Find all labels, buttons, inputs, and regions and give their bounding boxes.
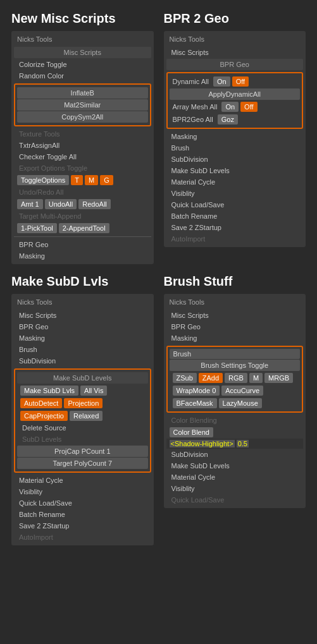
undo-all-btn[interactable]: UndoAll <box>45 199 77 209</box>
shadow-text: <Shadow-Highlight> <box>170 440 235 447</box>
bpr2geo-all-label: BPR2Geo All <box>173 116 213 123</box>
bpr2geo-material-cycle-item[interactable]: Material Cycle <box>166 176 304 188</box>
bpr2geo-subdivision-item[interactable]: SubDivision <box>166 154 304 165</box>
g-badge[interactable]: G <box>100 175 113 185</box>
toggle-options-row: ToggleOptions T M G <box>14 174 151 186</box>
bpr-geo-item[interactable]: BPR Geo <box>14 239 151 250</box>
inflate-group: InflateB Mat2Similar CopySym2All <box>14 83 151 126</box>
relaxed-btn[interactable]: Relaxed <box>70 411 103 421</box>
m-btn[interactable]: M <box>249 373 263 383</box>
redo-all-btn[interactable]: RedoAll <box>78 199 111 209</box>
accucurve-btn[interactable]: AccuCurve <box>221 386 263 396</box>
dynamic-all-row: Dynamic All On Off <box>170 75 301 88</box>
bpr2geo-quick-loadsave-item[interactable]: Quick Load/Save <box>166 199 304 210</box>
checker-toggle-item[interactable]: Checker Toggle All <box>14 151 151 162</box>
bpr-geo-btn[interactable]: BPR Geo <box>166 59 304 70</box>
masking-item[interactable]: Masking <box>14 250 151 262</box>
shadow-highlight-row: <Shadow-Highlight> 0.5 <box>166 439 304 449</box>
subd-highlight-group: Make SubD Levels Make SubD Lvls All Vis … <box>14 368 151 473</box>
color-blend-btn[interactable]: Color Blend <box>170 427 213 437</box>
bpr2geo-make-subd-item[interactable]: Make SubD Levels <box>166 165 304 176</box>
subd-row2: AutoDetect Projection <box>17 397 148 410</box>
bpr2geo-visiblity-item[interactable]: Visiblity <box>166 188 304 199</box>
make-subd-lvls-section: Make SubD Lvls Nicks Tools Misc Scripts … <box>6 269 159 550</box>
lazymouse-btn[interactable]: LazyMouse <box>219 398 262 408</box>
new-misc-scripts-title: New Misc Scripts <box>11 11 154 26</box>
copysym2all-btn[interactable]: CopySym2All <box>17 111 148 123</box>
subd-visiblity-item[interactable]: Visiblity <box>14 486 151 497</box>
array-mesh-row: Array Mesh All On Off <box>170 100 301 113</box>
subd-autoimport-item: AutoImport <box>14 532 151 543</box>
dynamic-on-btn[interactable]: On <box>213 76 230 87</box>
brush-material-cycle-item[interactable]: Material Cycle <box>166 471 304 483</box>
proj-cap-pcount-btn[interactable]: ProjCap PCount 1 <box>17 446 148 457</box>
subd-save2zstartup-item[interactable]: Save 2 ZStartup <box>14 520 151 532</box>
subd-subdivision-item[interactable]: SubDivision <box>14 355 151 367</box>
brush-masking-item[interactable]: Masking <box>166 332 304 344</box>
bpr2geo-brush-item[interactable]: Brush <box>166 142 304 154</box>
colorize-toggle-item[interactable]: Colorize Toggle <box>14 59 151 70</box>
subd-masking-item[interactable]: Masking <box>14 332 151 344</box>
make-subd-levels-input[interactable]: Make SubD Levels <box>17 372 148 384</box>
mat2similar-btn[interactable]: Mat2Similar <box>17 99 148 111</box>
target-polycount-btn[interactable]: Target PolyCount 7 <box>17 458 148 469</box>
brush-misc-scripts-item[interactable]: Misc Scripts <box>166 310 304 321</box>
export-options-toggle-item: Export Options Toggle <box>14 162 151 174</box>
subd-bpr-geo-item[interactable]: BPR Geo <box>14 321 151 332</box>
pick-tool-btn[interactable]: 1-PickTool <box>17 223 57 233</box>
mrgb-btn[interactable]: MRGB <box>264 373 293 383</box>
autodetect-btn[interactable]: AutoDetect <box>20 398 62 408</box>
brush-highlight-group: Brush Settings Toggle ZSub ZAdd RGB M MR… <box>166 346 304 413</box>
target-multi-append-label: Target Multi-Append <box>14 210 151 222</box>
zadd-btn[interactable]: ZAdd <box>199 373 223 383</box>
all-vis-btn[interactable]: All Vis <box>80 386 107 396</box>
brush-visiblity-item[interactable]: Visiblity <box>166 483 304 494</box>
texture-tools-label: Texture Tools <box>14 128 151 140</box>
undo-redo-row: Amt 1 UndoAll RedoAll <box>14 198 151 210</box>
bpr2geo-save2zstartup-item[interactable]: Save 2 ZStartup <box>166 222 304 233</box>
brush-bpr-geo-item[interactable]: BPR Geo <box>166 321 304 332</box>
zsub-btn[interactable]: ZSub <box>173 373 197 383</box>
t-badge[interactable]: T <box>71 175 83 185</box>
cap-projection-btn[interactable]: CapProjectio <box>20 411 68 421</box>
make-subd-lvls-btn[interactable]: Make SubD Lvls <box>20 386 78 396</box>
subd-quick-loadsave-item[interactable]: Quick Load/Save <box>14 497 151 509</box>
array-off-btn[interactable]: Off <box>240 102 257 112</box>
subd-batch-rename-item[interactable]: Batch Rename <box>14 509 151 520</box>
brush-subdivision-item[interactable]: SubDivision <box>166 449 304 460</box>
make-subd-lvls-title: Make SubD Lvls <box>11 274 154 289</box>
bpr2geo-nicks-header: Nicks Tools <box>166 33 304 45</box>
brush-make-subd-item[interactable]: Make SubD Levels <box>166 460 304 471</box>
bpr2geo-batch-rename-item[interactable]: Batch Rename <box>166 210 304 222</box>
bpr2geo-misc-scripts[interactable]: Misc Scripts <box>166 47 304 58</box>
inflate-b-btn[interactable]: InflateB <box>17 87 148 99</box>
append-tool-btn[interactable]: 2-AppendTool <box>59 223 109 233</box>
rgb-btn[interactable]: RGB <box>225 373 247 383</box>
bpr2geo-section: BPR 2 Geo Nicks Tools Misc Scripts BPR G… <box>159 6 311 269</box>
brush-settings-toggle-btn[interactable]: Brush Settings Toggle <box>170 360 301 371</box>
subd-material-cycle-item[interactable]: Material Cycle <box>14 475 151 486</box>
misc-scripts-btn[interactable]: Misc Scripts <box>14 47 151 58</box>
wrapmode-btn[interactable]: WrapMode 0 <box>173 386 220 396</box>
bfacemask-btn[interactable]: BFaceMask <box>173 398 217 408</box>
bpr2geo-all-row: BPR2Geo All Goz <box>170 113 301 126</box>
subd-misc-scripts-item[interactable]: Misc Scripts <box>14 310 151 321</box>
make-subd-lvls-panel: Nicks Tools Misc Scripts BPR Geo Masking… <box>11 294 154 545</box>
delete-source-item[interactable]: Delete Source <box>17 422 148 434</box>
bpr2geo-title: BPR 2 Geo <box>164 11 306 26</box>
brush-input-field[interactable] <box>170 349 301 359</box>
projection-btn[interactable]: Projection <box>64 398 103 408</box>
apply-dynamic-all-btn[interactable]: ApplyDynamicAll <box>170 88 301 100</box>
brush-quick-loadsave-item: Quick Load/Save <box>166 494 304 506</box>
dynamic-off-btn[interactable]: Off <box>232 76 249 87</box>
subd-brush-item[interactable]: Brush <box>14 344 151 355</box>
bpr2geo-masking-item[interactable]: Masking <box>166 131 304 142</box>
goz-btn[interactable]: Goz <box>218 114 238 125</box>
random-color-item[interactable]: Random Color <box>14 70 151 82</box>
new-misc-scripts-section: New Misc Scripts Nicks Tools Misc Script… <box>6 6 159 269</box>
m-badge[interactable]: M <box>85 175 98 185</box>
toggle-options-btn[interactable]: ToggleOptions <box>17 175 69 185</box>
txtr-assign-all-item[interactable]: TxtrAssignAll <box>14 140 151 151</box>
brush-nicks-header: Nicks Tools <box>166 296 304 308</box>
array-on-btn[interactable]: On <box>221 102 239 112</box>
